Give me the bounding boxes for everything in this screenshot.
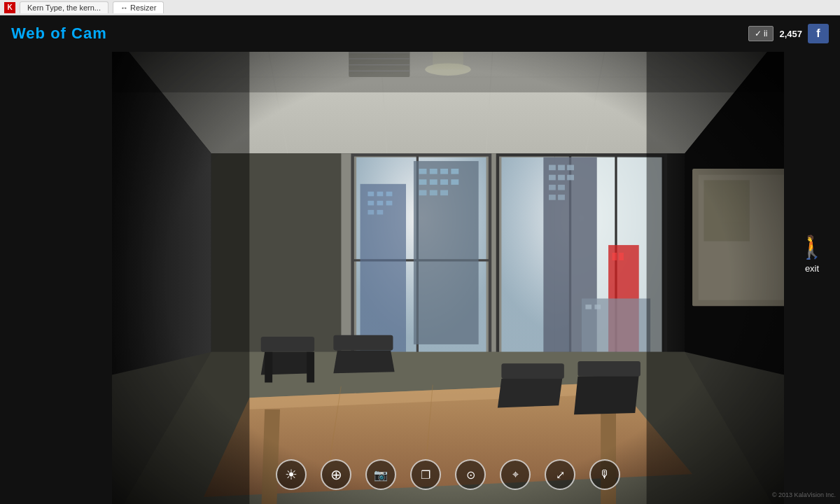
target-button[interactable]: ⊙	[455, 459, 486, 490]
svg-marker-90	[112, 52, 249, 504]
left-sidebar	[0, 52, 112, 504]
bottom-toolbar: ☀ ⊕ 📷 ❐ ⊙ ⌖ ⤢ 🎙	[112, 459, 784, 490]
copyright-text: © 2013 KalaVision Inc.	[772, 491, 836, 498]
main-layout: ☀ ⊕ 📷 ❐ ⊙ ⌖ ⤢ 🎙 🚶 exit © 2013 KalaVision…	[0, 52, 840, 504]
settings-button[interactable]: ⌖	[500, 459, 531, 490]
app-header: Web of Cam ✓ ii 2,457 f	[0, 15, 840, 52]
svg-marker-91	[647, 52, 784, 504]
header-right: ✓ ii 2,457 f	[748, 24, 829, 43]
like-count: 2,457	[779, 29, 802, 39]
tab-kern-type[interactable]: Kern Type, the kern...	[20, 1, 108, 13]
camera-container: ☀ ⊕ 📷 ❐ ⊙ ⌖ ⤢ 🎙	[112, 52, 784, 504]
microphone-button[interactable]: 🎙	[589, 459, 620, 490]
exit-label: exit	[805, 263, 819, 274]
camera-scene-svg	[112, 52, 784, 504]
browser-chrome: K Kern Type, the kern... ↔ Resizer	[0, 0, 840, 15]
tab-resizer[interactable]: ↔ Resizer	[113, 1, 164, 13]
snapshot-button[interactable]: 📷	[365, 459, 396, 490]
like-check-icon: ✓ ii	[755, 29, 768, 38]
copy-frame-button[interactable]: ❐	[410, 459, 441, 490]
fullscreen-button[interactable]: ⤢	[545, 459, 575, 490]
brightness-button[interactable]: ☀	[276, 459, 307, 490]
browser-icon: K	[4, 2, 15, 13]
svg-marker-92	[112, 52, 784, 92]
app-title: Web of Cam	[11, 24, 107, 43]
exit-button[interactable]: 🚶 exit	[798, 234, 826, 274]
exit-run-icon: 🚶	[798, 234, 826, 260]
zoom-in-button[interactable]: ⊕	[321, 459, 351, 490]
right-sidebar: 🚶 exit © 2013 KalaVision Inc.	[784, 52, 840, 504]
camera-image	[112, 52, 784, 504]
like-button[interactable]: ✓ ii	[748, 26, 774, 41]
facebook-button[interactable]: f	[808, 24, 829, 43]
